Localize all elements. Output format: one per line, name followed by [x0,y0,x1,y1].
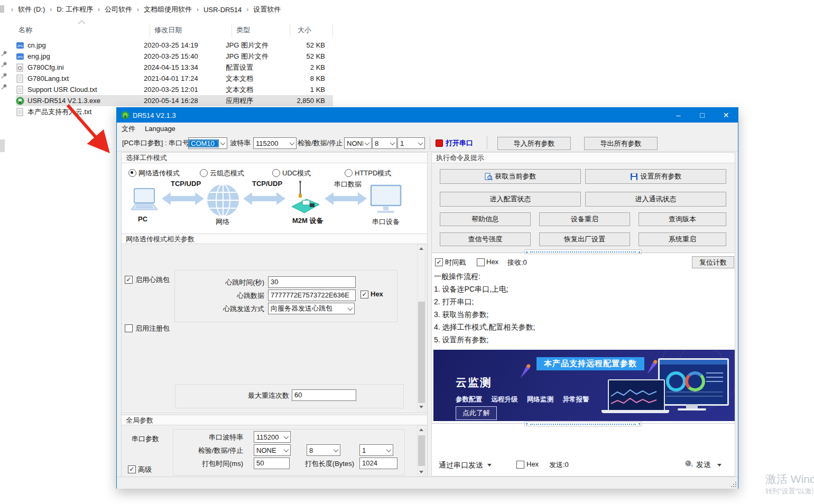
net-params-scrollbar[interactable] [417,244,426,412]
resize-grip[interactable] [731,482,736,487]
hb-time-input[interactable]: 30 [268,276,356,288]
breadcrumb-item[interactable]: D: 工作程序 [56,5,94,14]
register-enable-label[interactable]: 启用注册包 [135,324,170,333]
menu-language[interactable]: Language [140,123,180,135]
factory-reset-button[interactable]: 恢复出厂设置 [539,232,630,246]
column-divider[interactable] [232,24,232,37]
file-row-selected[interactable]: USR-DR514 V2.1.3.exe 2020-05-14 16:28 应用… [16,95,333,106]
enter-config-button[interactable]: 进入配置状态 [440,192,581,207]
global-baud-select[interactable]: 115200 [254,431,291,443]
globals-scrollbar[interactable] [417,425,426,477]
scrollbar-thumb[interactable] [418,302,425,403]
chevron-down-icon[interactable] [487,464,492,466]
horizontal-splitter[interactable]: ▼▼ [524,422,642,426]
export-params-button[interactable]: 导出所有参数 [584,137,658,150]
file-row[interactable]: G780Cfg.ini 2024-04-15 13:34 配置设置 2 KB [16,62,333,73]
system-restart-button[interactable]: 系统重启 [639,232,726,246]
heartbeat-enable-checkbox[interactable] [125,276,133,284]
banner-cta-button[interactable]: 点此了解 [456,406,497,420]
breadcrumb-item[interactable]: 公司软件 [104,5,133,14]
scroll-up-icon[interactable] [418,245,425,253]
device-restart-button[interactable]: 设备重启 [539,212,630,226]
pack-time-input[interactable]: 50 [254,458,290,469]
timestamp-label[interactable]: 时间戳 [445,258,466,267]
max-reconnect-input[interactable]: 60 [292,389,356,401]
column-header-date[interactable]: 修改日期 [154,25,182,35]
send-button[interactable]: 发送 [696,460,711,470]
scrollbar-thumb[interactable] [418,435,425,466]
minimize-button[interactable]: – [667,108,690,123]
breadcrumb-item[interactable]: 设置软件 [252,5,282,14]
breadcrumb-item[interactable]: 文档组使用软件 [143,5,193,14]
databits-select[interactable]: 8 [372,137,397,149]
global-databits-select[interactable]: 8 [307,444,340,456]
cloud-monitor-banner[interactable]: 本产品支持远程配置参数 云监测 参数配置 远程升级 网络监测 异常报警 点此了解 [433,350,735,421]
title-bar[interactable]: DR514 V2.1.3 – □ ✕ [117,108,738,123]
radio-label[interactable]: HTTPD模式 [355,169,391,178]
radio-httpd-mode[interactable] [345,169,353,177]
reset-counter-button[interactable]: 复位计数 [692,256,734,268]
query-signal-button[interactable]: 查信号强度 [440,232,531,246]
scroll-up-icon[interactable] [418,426,425,434]
column-divider[interactable] [332,24,333,37]
radio-label[interactable]: 网络透传模式 [138,169,180,178]
scroll-down-icon[interactable] [418,403,425,411]
radio-transparent-mode[interactable] [128,169,136,177]
radio-label[interactable]: UDC模式 [282,169,311,178]
receive-hex-checkbox[interactable] [477,258,485,266]
hb-data-input[interactable]: 7777772E7573722E636E [268,290,356,301]
advanced-label[interactable]: 高级 [138,465,152,474]
parity-select[interactable]: NONI [344,137,372,149]
breadcrumb-item[interactable]: 软件 (D:) [17,5,46,14]
chevron-down-icon[interactable] [717,464,722,466]
column-header-size[interactable]: 大小 [298,25,311,35]
receive-hex-label[interactable]: Hex [486,258,498,266]
global-stopbits-select[interactable]: 1 [359,444,393,456]
enter-comm-button[interactable]: 进入通讯状态 [585,192,726,207]
nav-scrollbar-fragment[interactable] [0,139,5,152]
help-info-button[interactable]: 帮助信息 [440,212,531,226]
file-row[interactable]: JPG eng.jpg 2020-03-25 15:40 JPG 图片文件 52… [16,51,333,62]
column-header-name[interactable]: 名称 [18,25,32,35]
file-row[interactable]: JPG cn.jpg 2020-03-25 14:19 JPG 图片文件 52 … [16,40,333,51]
pack-len-input[interactable]: 1024 [359,458,397,469]
sort-ascending-icon[interactable] [78,20,85,27]
file-row[interactable]: Support USR Cloud.txt 2020-03-25 12:01 文… [16,84,333,95]
timestamp-checkbox[interactable] [435,258,443,266]
close-button[interactable]: ✕ [714,108,738,123]
scroll-down-icon[interactable] [418,468,425,476]
splitter-arrow-icon[interactable]: ▼ [637,422,641,426]
send-via-dropdown[interactable]: 通过串口发送 [439,461,483,470]
panel-splitter[interactable] [122,414,427,414]
send-hex-label[interactable]: Hex [526,460,539,468]
splitter-arrow-icon[interactable]: ▲ [637,250,641,254]
panel-splitter[interactable] [122,412,427,413]
menu-file[interactable]: 文件 [117,123,140,135]
heartbeat-enable-label[interactable]: 启用心跳包 [135,275,170,285]
import-params-button[interactable]: 导入所有参数 [497,137,571,150]
send-hex-checkbox[interactable] [516,461,524,469]
get-params-button[interactable]: 获取当前参数 [440,169,581,184]
com-port-select[interactable]: COM10 [188,137,227,149]
global-parity-select[interactable]: NONE [254,444,291,456]
column-divider[interactable] [150,24,150,37]
splitter-arrow-icon[interactable]: ▲ [525,250,529,254]
stopbits-select[interactable]: 1 [397,137,425,149]
query-version-button[interactable]: 查询版本 [639,212,726,226]
set-params-button[interactable]: 设置所有参数 [585,169,726,184]
advanced-checkbox[interactable] [128,465,136,473]
baud-select[interactable]: 115200 [253,137,297,149]
hb-hex-label[interactable]: Hex [371,290,383,298]
column-divider[interactable] [290,24,290,37]
hb-mode-select[interactable]: 向服务器发送心跳包 [268,303,355,314]
open-port-button[interactable]: 打开串口 [446,138,473,148]
file-row[interactable]: G780Lang.txt 2021-04-01 17:24 文本文档 8 KB [16,73,333,84]
horizontal-splitter[interactable]: ▲▲ [524,249,642,254]
radio-label[interactable]: 云组态模式 [210,169,244,178]
radio-cloud-scada-mode[interactable] [200,169,208,177]
register-enable-checkbox[interactable] [125,324,133,332]
maximize-button[interactable]: □ [690,108,714,123]
hb-hex-checkbox[interactable] [360,291,368,298]
column-header-type[interactable]: 类型 [236,25,250,35]
splitter-arrow-icon[interactable]: ▼ [525,422,529,426]
